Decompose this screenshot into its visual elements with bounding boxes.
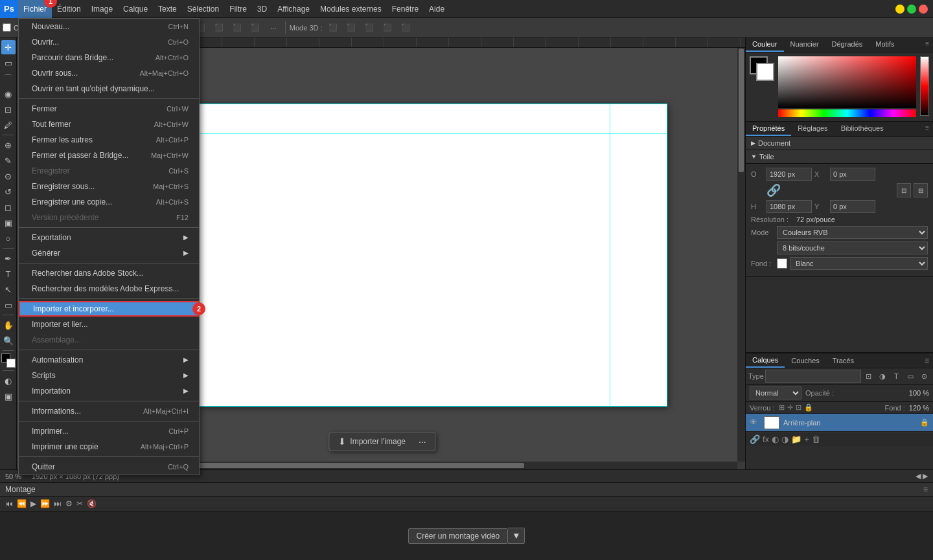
lock-px-btn[interactable]: ⊞	[779, 403, 785, 412]
tab-couleur[interactable]: Couleur	[746, 38, 784, 52]
tab-bibliotheques[interactable]: Bibliothèques	[835, 122, 890, 136]
timeline-settings-btn[interactable]: ⚙	[65, 499, 73, 508]
mode-select[interactable]: Couleurs RVB	[777, 226, 928, 239]
menu-item-generer[interactable]: Générer ▶	[19, 245, 199, 261]
color-panel-close[interactable]: ≡	[921, 38, 933, 52]
scrollbar-vertical-thumb[interactable]	[739, 49, 744, 173]
timeline-first-btn[interactable]: ⏮	[5, 499, 13, 508]
layers-mode-select[interactable]: Normal	[750, 386, 801, 399]
timeline-play-btn[interactable]: ▶	[30, 499, 36, 508]
mode-3d-btn5[interactable]: ⬛	[398, 20, 413, 36]
layer-delete-btn[interactable]: 🗑	[812, 434, 820, 444]
distribute-center-v-btn[interactable]: ⬛	[211, 20, 227, 36]
menu-item-enregistrer-sous[interactable]: Enregistrer sous... Maj+Ctrl+S	[19, 179, 199, 194]
tool-brush[interactable]: ✎	[1, 153, 16, 168]
menu-item-importer-lier[interactable]: Importer et lier...	[19, 317, 199, 332]
menu-item-importer-incorporer[interactable]: Importer et incorporer... 2	[19, 301, 199, 317]
tool-clone[interactable]: ⊙	[1, 169, 16, 183]
tool-path-select[interactable]: ↖	[1, 282, 16, 297]
menu-item-exportation[interactable]: Exportation ▶	[19, 230, 199, 245]
menu-item-nouveau[interactable]: Nouveau... Ctrl+N	[19, 19, 199, 34]
lock-all-btn[interactable]: 🔒	[804, 403, 813, 412]
menu-fichier[interactable]: Fichier 1 Nouveau... Ctrl+N Ouvrir... Ct…	[18, 0, 52, 18]
tool-type[interactable]: T	[1, 267, 16, 281]
tab-degrades[interactable]: Dégradés	[825, 38, 870, 52]
link-dimensions-btn[interactable]: 🔗	[766, 183, 781, 197]
scrollbar-horizontal-thumb[interactable]	[169, 463, 524, 468]
tool-zoom[interactable]: 🔍	[1, 333, 16, 348]
fond-color-swatch[interactable]	[777, 258, 787, 269]
menu-selection[interactable]: Sélection	[182, 0, 224, 18]
fond-select[interactable]: Blanc	[790, 257, 928, 270]
layers-filter-px-btn[interactable]: ⊡	[862, 370, 875, 383]
tab-motifs[interactable]: Motifs	[869, 38, 901, 52]
distribute-bottom-btn[interactable]: ⬛	[229, 20, 245, 36]
timeline-cut-btn[interactable]: ✂	[76, 499, 83, 508]
menu-item-fermer-bridge[interactable]: Fermer et passer à Bridge... Maj+Ctrl+W	[19, 148, 199, 163]
tab-traces[interactable]: Tracés	[826, 354, 860, 367]
layers-filter-smart-btn[interactable]: ⊙	[918, 370, 930, 383]
distribute-left-btn[interactable]: ⬛	[248, 20, 263, 36]
layer-link-btn[interactable]: 🔗	[750, 434, 760, 444]
menu-affichage[interactable]: Affichage	[272, 0, 315, 18]
tool-history[interactable]: ↺	[1, 185, 16, 199]
menu-item-adobe-stock[interactable]: Rechercher dans Adobe Stock...	[19, 265, 199, 281]
layer-adj-btn[interactable]: ◑	[781, 434, 789, 444]
tool-hand[interactable]: ✋	[1, 318, 16, 332]
layers-panel-close[interactable]: ≡	[921, 353, 933, 368]
canvas-icon-1[interactable]: ⊡	[897, 183, 911, 197]
color-alpha-strip[interactable]	[920, 56, 929, 116]
color-gradient-square[interactable]	[778, 56, 916, 108]
layers-search-input[interactable]	[765, 370, 861, 383]
background-color[interactable]	[6, 359, 16, 368]
menu-item-ouvrir-sous[interactable]: Ouvrir sous... Alt+Maj+Ctrl+O	[19, 65, 199, 81]
menu-image[interactable]: Image	[86, 0, 118, 18]
tab-calques[interactable]: Calques	[746, 353, 785, 368]
height-input[interactable]	[766, 200, 812, 213]
mode-3d-btn3[interactable]: ⬛	[362, 20, 377, 36]
layers-filter-adj-btn[interactable]: ◑	[876, 370, 888, 383]
layer-mask-btn[interactable]: ◐	[772, 434, 779, 444]
menu-item-imprimer-copie[interactable]: Imprimer une copie Alt+Maj+Ctrl+P	[19, 439, 199, 454]
color-gradient[interactable]	[778, 56, 916, 117]
lock-artboard-btn[interactable]: ⊡	[796, 403, 801, 412]
layer-fx-btn[interactable]: fx	[763, 434, 769, 444]
background-swatch[interactable]	[756, 63, 774, 81]
tool-move[interactable]: ✛	[1, 40, 16, 54]
menu-modules[interactable]: Modules externes	[315, 0, 387, 18]
fg-bg-swatch[interactable]	[750, 56, 774, 81]
section-toile-header[interactable]: ▼ Toile	[746, 150, 933, 164]
layer-new-btn[interactable]: +	[804, 434, 809, 444]
menu-item-copie[interactable]: Enregistrer une copie... Alt+Ctrl+S	[19, 194, 199, 210]
timeline-next-btn[interactable]: ⏩	[40, 499, 50, 508]
window-close-btn[interactable]	[919, 5, 928, 14]
menu-item-scripts[interactable]: Scripts ▶	[19, 368, 199, 383]
color-hue-strip[interactable]	[778, 109, 916, 117]
tool-eyedropper[interactable]: 🖉	[1, 118, 16, 132]
canvas-icon-2[interactable]: ⊟	[914, 183, 928, 197]
properties-panel-close[interactable]: ≡	[921, 122, 933, 136]
extra-btn[interactable]: ···	[266, 20, 281, 36]
width-input[interactable]	[766, 168, 812, 181]
timeline-prev-btn[interactable]: ⏪	[17, 499, 27, 508]
menu-texte[interactable]: Texte	[153, 0, 182, 18]
lock-move-btn[interactable]: ✛	[787, 403, 793, 412]
menu-item-objet-dynamique[interactable]: Ouvrir en tant qu'objet dynamique...	[19, 81, 199, 96]
tool-lasso[interactable]: ⌒	[1, 71, 16, 85]
menu-item-bridge[interactable]: Parcourir dans Bridge... Alt+Ctrl+O	[19, 50, 199, 65]
bits-select[interactable]: 8 bits/couche	[777, 241, 928, 254]
tool-crop[interactable]: ⊡	[1, 102, 16, 117]
layers-filter-type-btn[interactable]: T	[890, 370, 903, 383]
menu-edition[interactable]: Édition	[52, 0, 86, 18]
timeline-last-btn[interactable]: ⏭	[54, 499, 62, 508]
menu-item-importation[interactable]: Importation ▶	[19, 383, 199, 399]
tool-gradient[interactable]: ▣	[1, 216, 16, 230]
menu-filtre[interactable]: Filtre	[224, 0, 252, 18]
mode-3d-btn2[interactable]: ⬛	[343, 20, 359, 36]
tool-eraser[interactable]: ◻	[1, 200, 16, 214]
menu-3d[interactable]: 3D	[252, 0, 272, 18]
tool-marquee[interactable]: ▭	[1, 56, 16, 70]
window-maximize-btn[interactable]	[907, 5, 916, 14]
tool-spot-heal[interactable]: ⊕	[1, 138, 16, 152]
create-video-dropdown-btn[interactable]: ▼	[508, 528, 525, 544]
